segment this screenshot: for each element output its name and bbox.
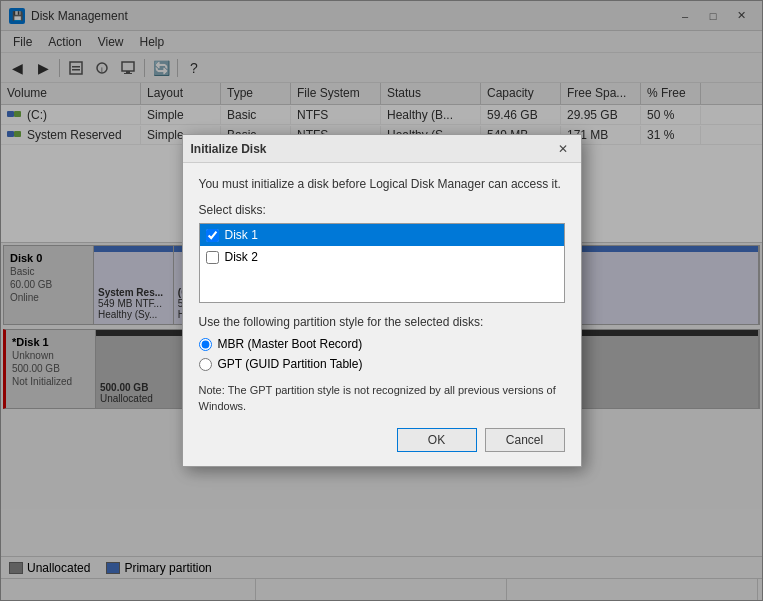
- mbr-option[interactable]: MBR (Master Boot Record): [199, 337, 565, 351]
- disk-list: Disk 1 Disk 2: [199, 223, 565, 303]
- disk1-label: Disk 1: [225, 228, 258, 242]
- modal-body: You must initialize a disk before Logica…: [183, 163, 581, 466]
- modal-title-bar: Initialize Disk ✕: [183, 135, 581, 163]
- disk-list-item-0[interactable]: Disk 1: [200, 224, 564, 246]
- disk2-label: Disk 2: [225, 250, 258, 264]
- gpt-label: GPT (GUID Partition Table): [218, 357, 363, 371]
- select-disks-label: Select disks:: [199, 203, 565, 217]
- dialog-buttons: OK Cancel: [199, 428, 565, 452]
- disk1-checkbox[interactable]: [206, 229, 219, 242]
- gpt-radio[interactable]: [199, 358, 212, 371]
- partition-options: MBR (Master Boot Record) GPT (GUID Parti…: [199, 337, 565, 371]
- modal-title: Initialize Disk: [191, 142, 553, 156]
- initialize-disk-dialog: Initialize Disk ✕ You must initialize a …: [182, 134, 582, 467]
- ok-button[interactable]: OK: [397, 428, 477, 452]
- gpt-option[interactable]: GPT (GUID Partition Table): [199, 357, 565, 371]
- disk-list-item-1[interactable]: Disk 2: [200, 246, 564, 268]
- partition-style-label: Use the following partition style for th…: [199, 315, 565, 329]
- modal-overlay: Initialize Disk ✕ You must initialize a …: [0, 0, 763, 601]
- mbr-label: MBR (Master Boot Record): [218, 337, 363, 351]
- dialog-note: Note: The GPT partition style is not rec…: [199, 383, 565, 414]
- mbr-radio[interactable]: [199, 338, 212, 351]
- cancel-button[interactable]: Cancel: [485, 428, 565, 452]
- modal-close-button[interactable]: ✕: [553, 140, 573, 158]
- dialog-description: You must initialize a disk before Logica…: [199, 177, 565, 191]
- disk2-checkbox[interactable]: [206, 251, 219, 264]
